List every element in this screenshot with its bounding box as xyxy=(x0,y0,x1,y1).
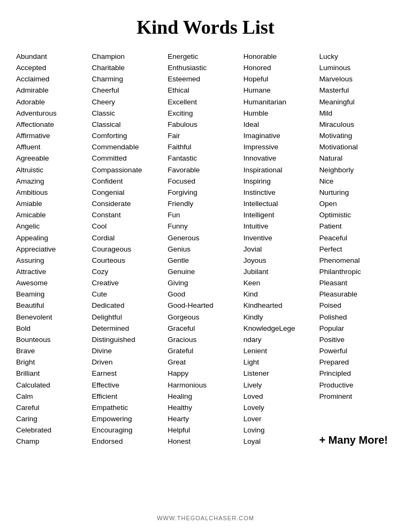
word-item: Champ xyxy=(16,436,92,446)
word-item: Benevolent xyxy=(16,312,92,322)
word-item: Creative xyxy=(92,278,168,288)
word-item: ndary xyxy=(243,335,319,345)
word-item: Endorsed xyxy=(92,436,168,446)
word-item: KnowledgeLege xyxy=(243,323,319,333)
word-item: Lover xyxy=(243,414,319,424)
word-item: Impressive xyxy=(243,142,319,152)
word-item: Adventurous xyxy=(16,108,92,118)
more-section: + Many More! xyxy=(319,430,395,446)
column-5: LuckyLuminousMarvelousMasterfulMeaningfu… xyxy=(319,51,395,446)
word-item: Cordial xyxy=(92,233,168,243)
more-label: + Many More! xyxy=(319,434,387,446)
word-item: Genuine xyxy=(168,267,243,277)
word-item: Abundant xyxy=(16,51,92,62)
word-item: Humane xyxy=(243,85,319,95)
word-item: Good-Hearted xyxy=(168,300,243,310)
word-item: Hopeful xyxy=(243,74,319,84)
word-item: Amicable xyxy=(16,210,92,220)
word-item: Cheerful xyxy=(92,85,168,95)
word-item: Popular xyxy=(319,323,395,333)
word-item: Loved xyxy=(243,391,319,401)
word-item: Open xyxy=(319,199,395,209)
word-item: Favorable xyxy=(168,165,243,175)
word-item: Healing xyxy=(168,391,243,401)
word-item: Philanthropic xyxy=(319,267,395,277)
word-item: Powerful xyxy=(319,346,395,356)
word-item: Poised xyxy=(319,300,395,310)
word-item: Affluent xyxy=(16,142,92,152)
word-item: Charming xyxy=(92,74,168,84)
word-item: Honest xyxy=(168,436,243,446)
word-item: Jubilant xyxy=(243,267,319,277)
word-item: Caring xyxy=(16,414,92,424)
word-item: Kindhearted xyxy=(243,300,319,310)
word-item: Divine xyxy=(92,346,168,356)
word-item: Beautiful xyxy=(16,300,92,310)
word-item: Helpful xyxy=(168,425,243,435)
word-item: Honorable xyxy=(243,51,319,62)
word-item: Awesome xyxy=(16,278,92,288)
word-item: Admirable xyxy=(16,85,92,95)
word-item: Marvelous xyxy=(319,74,395,84)
word-item: Polished xyxy=(319,312,395,322)
word-item: Lively xyxy=(243,380,319,390)
word-item: Masterful xyxy=(319,85,395,95)
word-item: Loyal xyxy=(243,436,319,446)
word-item: Lenient xyxy=(243,346,319,356)
word-item: Funny xyxy=(168,221,243,231)
word-item: Cute xyxy=(92,289,168,299)
word-item: Assuring xyxy=(16,255,92,265)
word-item: Esteemed xyxy=(168,74,243,84)
word-item: Considerate xyxy=(92,199,168,209)
word-item: Healthy xyxy=(168,402,243,413)
column-3: EnergeticEnthusiasticEsteemedEthicalExce… xyxy=(168,51,243,446)
word-item: Affectionate xyxy=(16,119,92,130)
word-item: Intellectual xyxy=(243,199,319,209)
word-item: Giving xyxy=(168,278,243,288)
word-item: Adorable xyxy=(16,97,92,107)
word-item: Constant xyxy=(92,210,168,220)
word-item: Jovial xyxy=(243,244,319,254)
word-item: Kind xyxy=(243,289,319,299)
word-item: Commendable xyxy=(92,142,168,152)
word-item: Excellent xyxy=(168,97,243,107)
word-item: Prominent xyxy=(319,391,395,401)
word-item: Accepted xyxy=(16,63,92,73)
word-item: Determined xyxy=(92,323,168,333)
word-item: Great xyxy=(168,357,243,367)
word-item: Charitable xyxy=(92,63,168,73)
word-item: Lovely xyxy=(243,402,319,413)
word-item: Attractive xyxy=(16,267,92,277)
word-item: Fair xyxy=(168,131,243,141)
column-2: ChampionCharitableCharmingCheerfulCheery… xyxy=(92,51,168,446)
word-item: Happy xyxy=(168,368,243,378)
word-item: Classic xyxy=(92,108,168,118)
word-item: Fabulous xyxy=(168,119,243,130)
word-item: Calculated xyxy=(16,380,92,390)
words-columns: AbundantAcceptedAcclaimedAdmirableAdorab… xyxy=(11,51,400,446)
word-item: Pleasurable xyxy=(319,289,395,299)
word-item: Effective xyxy=(92,380,168,390)
word-item: Perfect xyxy=(319,244,395,254)
page-title: Kind Words List xyxy=(136,16,274,39)
word-item: Gentle xyxy=(168,255,243,265)
word-item: Humanitarian xyxy=(243,97,319,107)
word-item: Affirmative xyxy=(16,131,92,141)
word-item: Courageous xyxy=(92,244,168,254)
word-item: Ethical xyxy=(168,85,243,95)
word-item: Grateful xyxy=(168,346,243,356)
word-item: Champion xyxy=(92,51,168,62)
word-item: Acclaimed xyxy=(16,74,92,84)
word-item: Fun xyxy=(168,210,243,220)
word-item: Delightful xyxy=(92,312,168,322)
word-item: Beaming xyxy=(16,289,92,299)
word-item: Bright xyxy=(16,357,92,367)
word-item: Friendly xyxy=(168,199,243,209)
word-item: Earnest xyxy=(92,368,168,378)
word-item: Fantastic xyxy=(168,153,243,163)
word-item: Generous xyxy=(168,233,243,243)
word-item: Altruistic xyxy=(16,165,92,175)
word-item: Honored xyxy=(243,63,319,73)
word-item: Angelic xyxy=(16,221,92,231)
word-item: Bold xyxy=(16,323,92,333)
